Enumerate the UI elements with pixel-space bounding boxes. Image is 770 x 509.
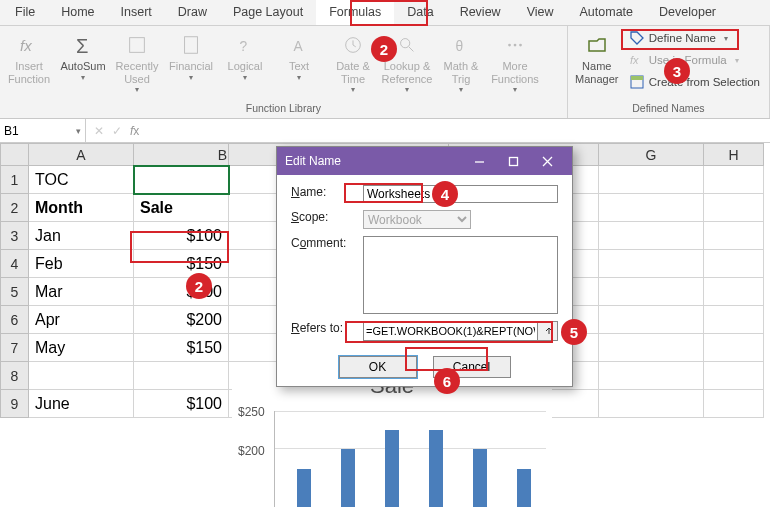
cell[interactable] [134, 362, 229, 390]
fx-icon[interactable]: fx [130, 124, 139, 138]
row-header[interactable]: 3 [1, 222, 29, 250]
tab-formulas[interactable]: Formulas [316, 0, 394, 25]
cell[interactable]: Jan [29, 222, 134, 250]
text-button[interactable]: A Text ▾ [273, 28, 325, 82]
cell[interactable]: $200 [134, 278, 229, 306]
cell[interactable] [704, 334, 764, 362]
cell[interactable]: $150 [134, 334, 229, 362]
row-header[interactable]: 4 [1, 250, 29, 278]
recently-used-button[interactable]: Recently Used ▾ [111, 28, 163, 94]
cell[interactable] [704, 362, 764, 390]
tab-view[interactable]: View [514, 0, 567, 25]
cell[interactable] [599, 278, 704, 306]
cell[interactable]: $150 [134, 250, 229, 278]
row-header[interactable]: 5 [1, 278, 29, 306]
row-header[interactable]: 2 [1, 194, 29, 222]
enter-icon[interactable]: ✓ [112, 124, 122, 138]
cell[interactable] [704, 278, 764, 306]
select-all-triangle[interactable] [1, 144, 29, 166]
callout-badge-5: 5 [561, 319, 587, 345]
cell[interactable] [704, 250, 764, 278]
group-label-function-library: Function Library [3, 99, 564, 118]
tab-data[interactable]: Data [394, 0, 446, 25]
cell[interactable] [599, 194, 704, 222]
tab-page-layout[interactable]: Page Layout [220, 0, 316, 25]
insert-function-button[interactable]: fx Insert Function [3, 28, 55, 85]
collapse-dialog-icon[interactable] [538, 321, 558, 341]
cancel-icon[interactable]: ✕ [94, 124, 104, 138]
create-from-selection-button[interactable]: Create from Selection [627, 72, 766, 92]
cell[interactable]: Month [29, 194, 134, 222]
refers-to-field[interactable] [363, 321, 538, 341]
tab-file[interactable]: File [2, 0, 48, 25]
cell[interactable]: June [29, 390, 134, 418]
chevron-down-icon: ▾ [243, 73, 247, 82]
dialog-titlebar[interactable]: Edit Name [277, 147, 572, 175]
cell[interactable] [29, 362, 134, 390]
autosum-button[interactable]: Σ AutoSum ▾ [57, 28, 109, 82]
edit-name-dialog: Edit Name Name: Scope: Workbook Comment:… [276, 146, 573, 387]
ok-button[interactable]: OK [339, 356, 417, 378]
col-header-a[interactable]: A [29, 144, 134, 166]
cell[interactable]: Mar [29, 278, 134, 306]
row-header[interactable]: 6 [1, 306, 29, 334]
tab-review[interactable]: Review [447, 0, 514, 25]
cell[interactable] [704, 194, 764, 222]
scope-field: Workbook [363, 210, 471, 229]
cell[interactable] [704, 166, 764, 194]
col-header-g[interactable]: G [599, 144, 704, 166]
cell[interactable] [229, 390, 449, 418]
financial-button[interactable]: Financial ▾ [165, 28, 217, 82]
tab-home[interactable]: Home [48, 0, 107, 25]
logical-label: Logical [228, 60, 263, 73]
formula-bar: B1 ▾ ✕ ✓ fx [0, 119, 770, 143]
use-in-formula-button[interactable]: fx Use in Formula ▾ [627, 50, 766, 70]
row-header[interactable]: 9 [1, 390, 29, 418]
logical-button[interactable]: ? Logical ▾ [219, 28, 271, 82]
minimize-icon[interactable] [462, 147, 496, 175]
cell[interactable] [449, 390, 599, 418]
row-header[interactable]: 1 [1, 166, 29, 194]
date-time-button[interactable]: Date & Time ▾ [327, 28, 379, 94]
cell[interactable] [704, 306, 764, 334]
more-functions-button[interactable]: More Functions ▾ [489, 28, 541, 94]
comment-field[interactable] [363, 236, 558, 314]
cell[interactable] [704, 390, 764, 418]
tab-draw[interactable]: Draw [165, 0, 220, 25]
define-name-button[interactable]: Define Name ▾ [627, 28, 766, 48]
fx-small-icon: fx [629, 52, 645, 68]
chevron-down-icon: ▾ [405, 85, 409, 94]
cell[interactable] [599, 390, 704, 418]
cell[interactable] [599, 250, 704, 278]
cell[interactable]: May [29, 334, 134, 362]
tab-developer[interactable]: Developer [646, 0, 729, 25]
col-header-b[interactable]: B [134, 144, 229, 166]
close-icon[interactable] [530, 147, 564, 175]
cell[interactable] [599, 334, 704, 362]
cell[interactable]: $100 [134, 222, 229, 250]
name-box[interactable]: B1 ▾ [0, 119, 86, 142]
chevron-down-icon: ▾ [81, 73, 85, 82]
row-header[interactable]: 7 [1, 334, 29, 362]
cell[interactable]: Apr [29, 306, 134, 334]
cell[interactable]: $100 [134, 390, 229, 418]
cell[interactable] [599, 222, 704, 250]
maximize-icon[interactable] [496, 147, 530, 175]
math-trig-button[interactable]: θ Math & Trig ▾ [435, 28, 487, 94]
cell[interactable]: TOC [29, 166, 134, 194]
col-header-h[interactable]: H [704, 144, 764, 166]
tab-insert[interactable]: Insert [108, 0, 165, 25]
name-field[interactable] [363, 185, 558, 203]
cell[interactable]: Sale [134, 194, 229, 222]
cell[interactable] [134, 166, 229, 194]
cell[interactable]: $200 [134, 306, 229, 334]
chart-bar [341, 449, 355, 507]
cell[interactable] [704, 222, 764, 250]
cell[interactable] [599, 306, 704, 334]
row-header[interactable]: 8 [1, 362, 29, 390]
cell[interactable]: Feb [29, 250, 134, 278]
name-manager-button[interactable]: Name Manager [571, 28, 623, 85]
cell[interactable] [599, 166, 704, 194]
cell[interactable] [599, 362, 704, 390]
tab-automate[interactable]: Automate [567, 0, 647, 25]
